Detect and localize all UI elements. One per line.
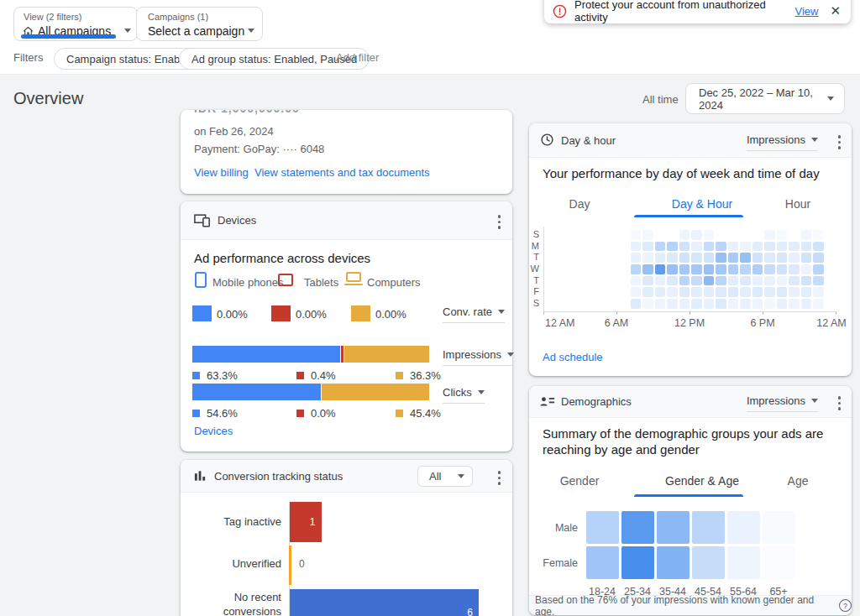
heatmap-cell [715,241,727,253]
heatmap-cell [606,241,618,253]
heatmap-cell [557,286,569,298]
conversion-bar-tag-inactive: 1 [290,502,322,542]
dayhour-row-label: W [529,264,539,274]
view-selector-label: View (2 filters) [24,12,81,22]
tab-gender[interactable]: Gender [560,474,600,488]
conversion-bar-no-recent: 6 [290,589,479,616]
help-icon[interactable]: ? [839,599,852,612]
demographics-metric-selector[interactable]: Impressions [747,394,818,412]
heatmap-cell [800,264,813,275]
heatmap-cell [679,298,691,310]
impressions-metric-selector[interactable]: Impressions [443,348,514,366]
heatmap-cell [763,229,776,241]
more-options-icon[interactable] [495,467,505,488]
dayhour-metric-selector[interactable]: Impressions [747,133,818,151]
heatmap-cell [642,241,654,253]
heatmap-cell [800,275,813,287]
view-billing-link[interactable]: View billing [194,166,249,179]
heatmap-cell [703,252,716,264]
heatmap-cell [715,252,727,264]
close-icon[interactable]: ✕ [830,3,841,18]
clicks-metric-label: Clicks [443,386,472,399]
devices-legend-tablet-label: Tablets [304,276,338,289]
heatmap-cell [617,241,630,253]
conversion-filter-dropdown[interactable]: All [417,466,473,487]
heatmap-cell [727,286,740,298]
heatmap-cell [812,229,825,241]
view-statements-link[interactable]: View statements and tax documents [254,166,430,179]
tab-hour[interactable]: Hour [785,197,810,211]
heatmap-cell [617,275,630,287]
alert-icon [553,4,567,18]
filter-chip-label: Ad group status: Enabled, Paused [191,53,357,65]
heatmap-cell [812,286,825,298]
heatmap-cell [726,545,761,580]
heatmap-cell [703,275,716,287]
heatmap-cell [666,298,679,310]
campaign-selector[interactable]: Campaigns (1) Select a campaign [136,7,263,41]
heatmap-cell [763,275,776,287]
conversion-card-title: Conversion tracking status [214,470,343,483]
heatmap-cell [715,264,727,275]
tablet-icon [278,274,293,286]
heatmap-cell [800,241,813,253]
chevron-down-icon [498,310,505,314]
tab-gender-and-age[interactable]: Gender & Age [665,474,739,488]
more-options-icon[interactable] [835,132,845,153]
heatmap-cell [788,241,800,253]
view-selector[interactable]: View (2 filters) All campaigns [13,7,138,41]
heatmap-cell [776,286,789,298]
heatmap-cell [800,229,813,241]
demographics-card-header: Demographics Impressions [529,386,852,418]
heatmap-cell [606,264,618,275]
heatmap-cell [776,241,789,253]
heatmap-cell [544,252,557,264]
legend-value: 0.0% [311,407,336,420]
tab-age[interactable]: Age [788,474,809,488]
tab-day[interactable]: Day [569,197,590,211]
tab-day-and-hour[interactable]: Day & Hour [672,197,732,211]
more-options-icon[interactable] [495,211,505,232]
heatmap-cell [630,264,642,275]
demographics-heading: Summary of the demographic groups your a… [543,425,843,457]
legend-item: 45.4% [396,405,441,420]
ad-schedule-link[interactable]: Ad schedule [543,351,603,363]
conversion-bar-unverified [289,546,291,585]
clicks-metric-selector[interactable]: Clicks [443,386,485,404]
chevron-down-icon [507,352,514,357]
heatmap-cell [812,252,825,264]
heatmap-cell [617,252,630,264]
add-filter-button[interactable]: Add filter [336,51,379,64]
heatmap-cell [788,275,800,287]
devices-footer-link[interactable]: Devices [194,425,233,437]
notification-banner: Protect your account from unauthorized a… [544,0,851,23]
notification-text: Protect your account from unauthorized a… [574,0,788,23]
bar-segment-mobile-phones [192,384,321,400]
heatmap-cell [727,252,740,264]
conv-rate-metric-selector[interactable]: Conv. rate [443,305,505,323]
notification-view-link[interactable]: View [794,5,818,18]
heatmap-cell [800,252,813,264]
heatmap-cell [776,275,789,287]
dayhour-x-tick: 12 PM [674,317,705,329]
heatmap-cell [788,252,800,264]
more-options-icon[interactable] [835,393,845,414]
dayhour-row-label: S [529,298,539,308]
heatmap-cell [752,298,764,310]
heatmap-cell [690,286,703,298]
campaign-selector-value: Select a campaign [148,24,244,38]
heatmap-cell [642,229,654,241]
legend-item: 36.3% [396,368,441,383]
heatmap-cell [727,298,740,310]
heatmap-cell [752,241,764,253]
dayhour-heading: Your performance by day of week and time… [543,165,820,181]
heatmap-cell [642,298,654,310]
heatmap-cell [557,298,569,310]
heatmap-cell [666,264,679,275]
axis-tick [616,311,617,315]
heatmap-cell [763,298,776,310]
heatmap-cell [761,545,796,580]
heatmap-cell [727,264,740,275]
heatmap-cell [654,275,667,287]
date-range-selector[interactable]: Dec 25, 2022 – Mar 10, 2024 [685,83,845,114]
